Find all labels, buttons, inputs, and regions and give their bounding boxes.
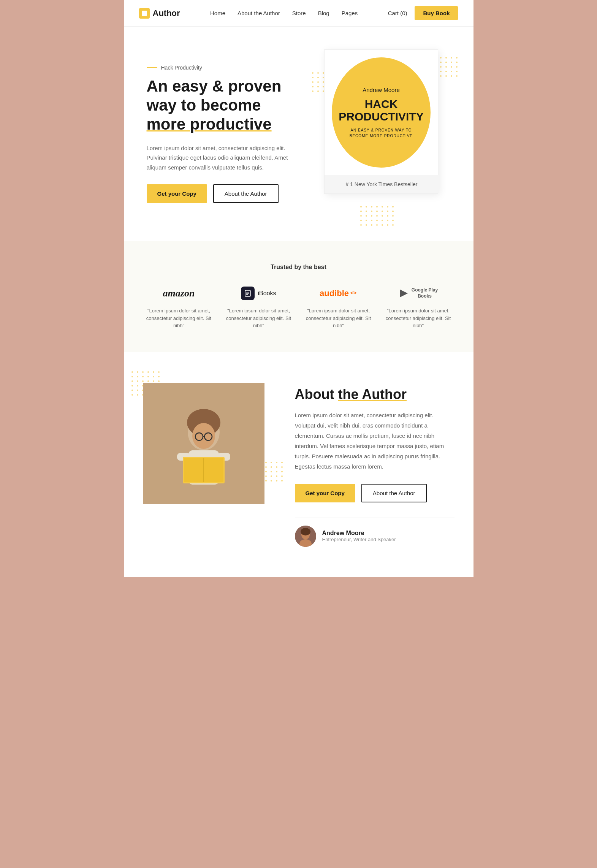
author-photo: [143, 383, 264, 504]
book-title: HACK PRODUCTIVITY: [339, 98, 423, 123]
brand-name: Author: [153, 8, 180, 18]
nav-pages[interactable]: Pages: [342, 10, 358, 16]
svg-rect-3: [246, 294, 248, 295]
hero-title-highlight: more productive: [147, 115, 272, 133]
audible-quote: "Lorem ipsum dolor sit amet, consectetur…: [302, 307, 375, 329]
brand-google-play: Google PlayBooks "Lorem ipsum dolor sit …: [382, 286, 454, 329]
get-copy-button-hero[interactable]: Get your Copy: [147, 184, 207, 203]
book-bestseller: # 1 New York Times Bestseller: [325, 175, 439, 193]
author-role: Entrepreneur, Writer and Speaker: [322, 537, 396, 542]
about-image-container: [143, 383, 272, 504]
brand-audible: audible "Lorem ipsum dolor sit amet, con…: [302, 286, 375, 329]
ibooks-quote: "Lorem ipsum dolor sit amet, consectetur…: [223, 307, 295, 329]
audible-logo: audible: [320, 286, 357, 301]
nav-home[interactable]: Home: [210, 10, 225, 16]
hero-subtitle: Hack Productivity: [147, 65, 293, 71]
trusted-heading: Trusted by the best: [143, 264, 454, 271]
author-card: Andrew Moore Entrepreneur, Writer and Sp…: [295, 518, 454, 547]
about-section: About the Author Lorem ipsum dolor sit a…: [124, 352, 473, 577]
amazon-logo: amazon: [163, 286, 195, 301]
nav-blog[interactable]: Blog: [318, 10, 329, 16]
author-info: Andrew Moore Entrepreneur, Writer and Sp…: [322, 530, 396, 542]
logo-icon: [139, 8, 150, 19]
amazon-quote: "Lorem ipsum dolor sit amet, consectetur…: [143, 307, 215, 329]
hero-title-part1: An easy & proven way to become: [147, 77, 282, 114]
about-buttons: Get your Copy About the Author: [295, 484, 454, 502]
book-author: Andrew Moore: [363, 87, 400, 93]
hero-section: Hack Productivity An easy & proven way t…: [124, 27, 473, 241]
book-cover: Andrew Moore HACK PRODUCTIVITY AN EASY &…: [324, 49, 438, 194]
google-play-quote: "Lorem ipsum dolor sit amet, consectetur…: [382, 307, 454, 329]
hero-left: Hack Productivity An easy & proven way t…: [147, 65, 308, 203]
about-description: Lorem ipsum dolor sit amet, consectetur …: [295, 410, 454, 472]
svg-rect-2: [246, 293, 249, 294]
about-title-highlight: the Author: [338, 386, 407, 402]
about-author-button-hero[interactable]: About the Author: [213, 184, 279, 203]
ibooks-logo: iBooks: [241, 286, 276, 301]
nav-links: Home About the Author Store Blog Pages: [210, 10, 358, 17]
book-cover-inner: Andrew Moore HACK PRODUCTIVITY AN EASY &…: [332, 57, 431, 168]
svg-marker-4: [400, 290, 408, 297]
hero-right: Andrew Moore HACK PRODUCTIVITY AN EASY &…: [308, 49, 454, 218]
page-wrapper: Author Home About the Author Store Blog …: [124, 0, 473, 577]
author-avatar: [295, 526, 316, 547]
buy-book-button[interactable]: Buy Book: [415, 6, 458, 20]
google-play-text: Google PlayBooks: [412, 287, 438, 299]
about-author-button-about[interactable]: About the Author: [361, 484, 427, 502]
logo[interactable]: Author: [139, 8, 180, 19]
dots-decoration-bottom: [360, 206, 394, 226]
book-tagline: AN EASY & PROVEN WAY TOBECOME MORE PRODU…: [350, 127, 413, 139]
trusted-section: Trusted by the best amazon "Lorem ipsum …: [124, 241, 473, 352]
brands-grid: amazon "Lorem ipsum dolor sit amet, cons…: [143, 286, 454, 329]
ibooks-icon: [241, 287, 255, 300]
nav-about-author[interactable]: About the Author: [238, 10, 280, 16]
author-name: Andrew Moore: [322, 530, 396, 537]
hero-description: Lorem ipsum dolor sit amet, consectetur …: [147, 143, 291, 173]
nav-right: Cart (0) Buy Book: [388, 6, 458, 20]
get-copy-button-about[interactable]: Get your Copy: [295, 484, 355, 502]
hero-buttons: Get your Copy About the Author: [147, 184, 293, 203]
about-title: About the Author: [295, 386, 454, 402]
google-play-logo: Google PlayBooks: [399, 286, 438, 301]
brand-ibooks: iBooks "Lorem ipsum dolor sit amet, cons…: [223, 286, 295, 329]
hero-title: An easy & proven way to become more prod…: [147, 77, 293, 134]
about-content: About the Author Lorem ipsum dolor sit a…: [295, 383, 454, 547]
about-title-part1: About: [295, 386, 338, 402]
navbar: Author Home About the Author Store Blog …: [124, 0, 473, 27]
nav-store[interactable]: Store: [292, 10, 306, 16]
svg-rect-1: [246, 292, 249, 293]
svg-point-22: [301, 528, 310, 535]
cart-link[interactable]: Cart (0): [388, 10, 407, 16]
brand-amazon: amazon "Lorem ipsum dolor sit amet, cons…: [143, 286, 215, 329]
